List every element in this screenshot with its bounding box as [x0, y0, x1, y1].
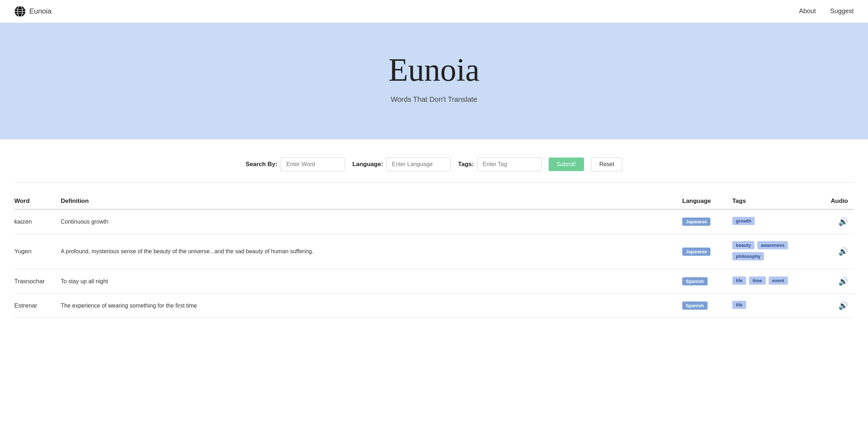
- definition-cell: To stay up all night: [61, 269, 682, 294]
- language-search-group: Language:: [352, 157, 451, 171]
- language-label: Language:: [352, 161, 383, 168]
- header-language: Language: [682, 193, 732, 209]
- audio-cell: 🔊: [825, 234, 854, 269]
- definition-cell: Continuous growth: [61, 209, 682, 234]
- tags-input[interactable]: [477, 157, 542, 171]
- table-header: Word Definition Language Tags Audio: [14, 193, 854, 209]
- tags-cell: lifetimeevent: [732, 269, 825, 294]
- word-cell: Trasnochar: [14, 269, 61, 294]
- header-definition: Definition: [61, 193, 682, 209]
- word-label: Search By:: [246, 161, 278, 168]
- word-cell: kaizen: [14, 209, 61, 234]
- divider: [14, 182, 854, 183]
- language-cell: Japanese: [682, 209, 732, 234]
- word-cell: Yugen: [14, 234, 61, 269]
- table-row: TrasnocharTo stay up all nightSpanishlif…: [14, 269, 854, 294]
- globe-icon: [14, 6, 26, 17]
- nav-links: About Suggest: [799, 8, 854, 15]
- reset-button[interactable]: Reset: [591, 157, 623, 171]
- audio-button[interactable]: 🔊: [838, 277, 848, 286]
- tag-badge: time: [749, 276, 766, 285]
- language-cell: Spanish: [682, 294, 732, 318]
- word-search-group: Search By:: [246, 157, 345, 171]
- hero-title: Eunoia: [7, 51, 861, 88]
- language-badge: Japanese: [682, 218, 710, 226]
- tags-cell: growth: [732, 209, 825, 234]
- audio-button[interactable]: 🔊: [838, 247, 848, 256]
- tag-badge: event: [769, 276, 788, 285]
- language-input[interactable]: [386, 157, 451, 171]
- hero-section: Eunoia Words That Don't Translate: [0, 23, 868, 139]
- tags-label: Tags:: [458, 161, 474, 168]
- audio-cell: 🔊: [825, 209, 854, 234]
- language-badge: Japanese: [682, 248, 710, 256]
- word-input[interactable]: [281, 157, 345, 171]
- navbar: Eunoia About Suggest: [0, 0, 868, 23]
- audio-button[interactable]: 🔊: [838, 217, 848, 226]
- search-section: Search By: Language: Tags: Submit! Reset: [0, 139, 868, 182]
- table-section: Word Definition Language Tags Audio kaiz…: [0, 182, 868, 339]
- language-badge: Spanish: [682, 301, 708, 310]
- words-table: Word Definition Language Tags Audio kaiz…: [14, 193, 854, 318]
- about-link[interactable]: About: [799, 8, 816, 15]
- tags-search-group: Tags:: [458, 157, 542, 171]
- language-cell: Japanese: [682, 234, 732, 269]
- table-row: YugenA profound, mysterious sense of the…: [14, 234, 854, 269]
- tag-badge: growth: [732, 217, 755, 225]
- tag-badge: philosophy: [732, 252, 764, 260]
- table-row: kaizenContinuous growthJapanesegrowth🔊: [14, 209, 854, 234]
- tag-badge: life: [732, 301, 746, 309]
- header-audio: Audio: [825, 193, 854, 209]
- audio-cell: 🔊: [825, 294, 854, 318]
- brand: Eunoia: [14, 6, 51, 17]
- hero-subtitle: Words That Don't Translate: [7, 95, 861, 104]
- definition-cell: A profound, mysterious sense of the beau…: [61, 234, 682, 269]
- language-badge: Spanish: [682, 277, 708, 285]
- tag-badge: life: [732, 276, 746, 285]
- table-row: EstrenarThe experience of wearing someth…: [14, 294, 854, 318]
- audio-cell: 🔊: [825, 269, 854, 294]
- tag-badge: awareness: [757, 241, 788, 249]
- header-word: Word: [14, 193, 61, 209]
- header-tags: Tags: [732, 193, 825, 209]
- tag-badge: beauty: [732, 241, 754, 249]
- word-cell: Estrenar: [14, 294, 61, 318]
- tags-cell: beautyawarenessphilosophy: [732, 234, 825, 269]
- submit-button[interactable]: Submit!: [549, 158, 584, 171]
- table-body: kaizenContinuous growthJapanesegrowth🔊Yu…: [14, 209, 854, 318]
- tags-cell: life: [732, 294, 825, 318]
- audio-button[interactable]: 🔊: [838, 301, 848, 310]
- definition-cell: The experience of wearing something for …: [61, 294, 682, 318]
- suggest-link[interactable]: Suggest: [830, 8, 854, 15]
- language-cell: Spanish: [682, 269, 732, 294]
- brand-name: Eunoia: [29, 7, 51, 15]
